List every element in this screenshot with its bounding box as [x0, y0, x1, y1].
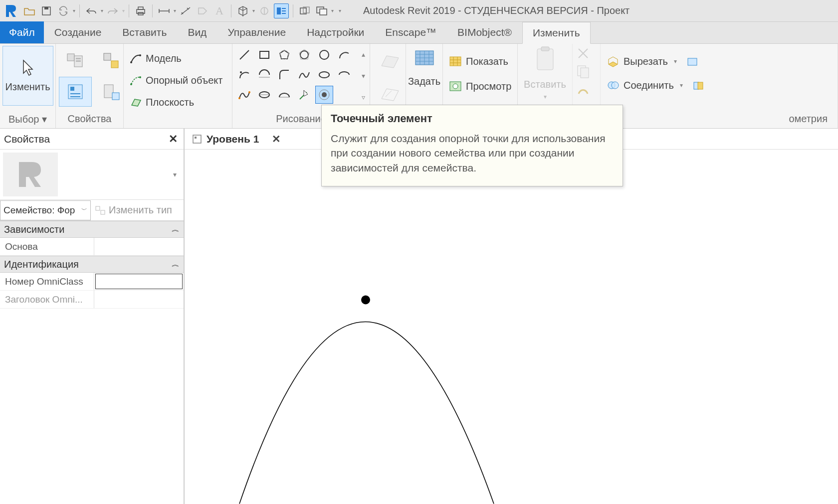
edit-type-icon: [95, 205, 106, 215]
open-icon[interactable]: [22, 3, 37, 18]
tab-create[interactable]: Создание: [44, 21, 112, 43]
measure-icon[interactable]: [157, 3, 172, 18]
show-button[interactable]: Показать: [446, 51, 511, 72]
draw-spline-icon[interactable]: [295, 66, 313, 84]
family-selector[interactable]: Семейство: Фор ﹀: [0, 200, 91, 220]
view-tab-level1[interactable]: Уровень 1 ✕: [185, 129, 288, 150]
save-icon[interactable]: [39, 3, 54, 18]
svg-rect-54: [698, 82, 703, 89]
drawing-canvas[interactable]: [185, 150, 838, 504]
section-deps-label: Зависимости: [4, 224, 64, 235]
draw-polygon-out-icon[interactable]: [295, 46, 313, 64]
draw-fillet-icon[interactable]: [275, 66, 293, 84]
tab-insert[interactable]: Вставить: [112, 21, 177, 43]
set-workplane-icon[interactable]: [413, 46, 436, 70]
svg-line-25: [240, 50, 249, 59]
tab-addins[interactable]: Надстройки: [296, 21, 375, 43]
props-icon-3[interactable]: [95, 46, 128, 76]
tab-bimobject[interactable]: BIMobject®: [447, 21, 522, 43]
tooltip-title: Точечный элемент: [331, 112, 614, 125]
ref-line-icon: [130, 74, 142, 86]
close-icon[interactable]: ✕: [167, 133, 180, 146]
draw-line-icon[interactable]: [235, 46, 253, 64]
expand-icon[interactable]: ▿: [358, 89, 368, 106]
tag-icon[interactable]: [195, 3, 210, 18]
print-icon[interactable]: [133, 3, 148, 18]
undo-icon[interactable]: [84, 3, 99, 18]
svg-point-23: [130, 83, 132, 85]
draw-partial-ellipse-icon[interactable]: [335, 66, 353, 84]
tab-modify[interactable]: Изменить: [522, 22, 591, 44]
app-title: Autodesk Revit 2019 - СТУДЕНЧЕСКАЯ ВЕРСИ…: [363, 5, 629, 16]
section-ident-label: Идентификация: [4, 259, 79, 270]
svg-rect-49: [581, 68, 589, 78]
chevron-down-icon[interactable]: ▾: [169, 170, 181, 178]
text-icon[interactable]: A: [212, 3, 227, 18]
viewer-button[interactable]: Просмотр: [446, 76, 514, 97]
type-thumbnail: [3, 153, 58, 196]
cope-icon[interactable]: [686, 55, 699, 67]
paste-icon: [533, 46, 557, 74]
scroll-up-icon[interactable]: ▴: [358, 46, 368, 63]
set-label: Задать: [408, 76, 440, 87]
sync-icon[interactable]: [56, 3, 71, 18]
section-icon[interactable]: [257, 3, 272, 18]
draw-arc-center-icon[interactable]: [235, 66, 253, 84]
svg-point-21: [130, 61, 132, 63]
redo-icon[interactable]: [105, 3, 120, 18]
separator: [231, 4, 231, 17]
switch-windows-icon[interactable]: [314, 3, 329, 18]
panel-props-label: Свойства: [56, 111, 123, 128]
svg-point-34: [319, 72, 329, 78]
draw-circle-icon[interactable]: [315, 46, 333, 64]
close-inactive-icon[interactable]: [297, 3, 312, 18]
model-button[interactable]: Модель: [127, 48, 185, 69]
3d-view-icon[interactable]: [235, 3, 250, 18]
section-identification[interactable]: Идентификация ︽: [0, 256, 184, 273]
props-icon-1[interactable]: [59, 46, 92, 76]
props-icon-2[interactable]: [59, 77, 92, 107]
draw-polygon-in-icon[interactable]: [275, 46, 293, 64]
reference-button[interactable]: Опорный объект: [127, 70, 225, 91]
modify-button[interactable]: Изменить: [2, 46, 53, 106]
svg-rect-20: [112, 93, 119, 100]
collapse-icon: ︽: [172, 261, 180, 268]
join-extra-icon[interactable]: [692, 79, 705, 91]
tab-enscape[interactable]: Enscape™: [375, 21, 447, 43]
workplane-icon-1: [373, 46, 406, 76]
draw-ellipse-axis-icon[interactable]: [255, 86, 273, 104]
svg-point-45: [453, 84, 458, 89]
edit-type-label: Изменить тип: [109, 204, 172, 216]
svg-point-40: [322, 92, 327, 97]
view-icon: [192, 134, 203, 145]
draw-half-ellipse-icon[interactable]: [275, 86, 293, 104]
align-dim-icon[interactable]: [178, 3, 193, 18]
draw-rect-icon[interactable]: [255, 46, 273, 64]
draw-spline-pts-icon[interactable]: [235, 86, 253, 104]
omniclass-number-input[interactable]: [95, 274, 183, 289]
draw-point-icon[interactable]: [315, 86, 333, 104]
file-tab[interactable]: Файл: [0, 21, 44, 43]
props-icon-4[interactable]: [95, 77, 128, 107]
draw-ellipse-icon[interactable]: [315, 66, 333, 84]
close-view-icon[interactable]: ✕: [272, 133, 281, 145]
join-geom-button[interactable]: Соединить ▾: [604, 75, 708, 96]
thin-lines-icon[interactable]: [274, 3, 289, 18]
type-dropdown[interactable]: [62, 166, 165, 183]
cut-geom-button[interactable]: Вырезать ▾: [604, 51, 702, 72]
draw-pick-lines-icon[interactable]: [295, 86, 313, 104]
show-label: Показать: [466, 56, 508, 67]
viewer-label: Просмотр: [466, 81, 511, 92]
panel-select-label[interactable]: Выбор ▾: [0, 111, 55, 128]
draw-arc-tangent-icon[interactable]: [255, 66, 273, 84]
svg-point-32: [240, 71, 242, 73]
draw-arc-start-icon[interactable]: [335, 46, 353, 64]
svg-rect-17: [104, 53, 111, 60]
tab-manage[interactable]: Управление: [217, 21, 296, 43]
tab-view[interactable]: Вид: [177, 21, 217, 43]
section-dependencies[interactable]: Зависимости ︽: [0, 221, 184, 238]
svg-rect-57: [193, 135, 201, 143]
scroll-down-icon[interactable]: ▾: [358, 67, 368, 84]
plane-button[interactable]: Плоскость: [127, 92, 197, 113]
svg-point-22: [139, 54, 141, 56]
